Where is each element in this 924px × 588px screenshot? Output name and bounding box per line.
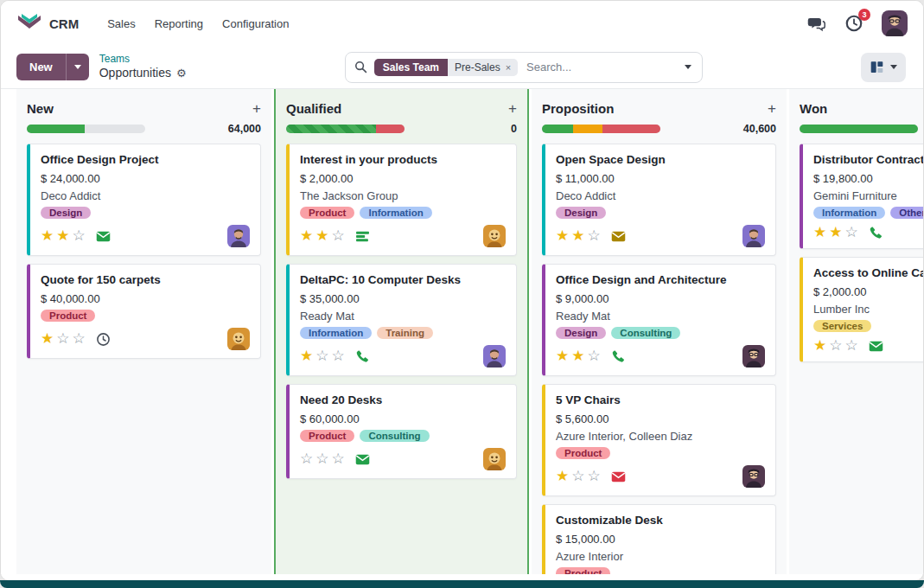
progress-segment-green[interactable] <box>542 125 573 133</box>
new-button-dropdown[interactable] <box>66 54 89 80</box>
odoo-logo-icon[interactable] <box>16 12 42 35</box>
star-filled-icon[interactable]: ★ <box>300 227 313 244</box>
progress-segment-green-striped[interactable] <box>286 125 376 133</box>
column-title[interactable]: Proposition <box>542 101 614 116</box>
star-filled-icon[interactable]: ★ <box>571 348 584 364</box>
star-empty-icon[interactable]: ☆ <box>315 451 328 467</box>
progress-segment-red[interactable] <box>602 125 660 133</box>
star-filled-icon[interactable]: ★ <box>829 224 842 240</box>
user-avatar[interactable] <box>882 10 908 36</box>
envelope-icon[interactable] <box>869 338 884 354</box>
progress-segment-orange[interactable] <box>573 125 602 133</box>
tag-product[interactable]: Product <box>556 567 610 574</box>
opportunity-card[interactable]: Open Space Design $ 11,000.00 Deco Addic… <box>542 144 776 256</box>
star-empty-icon[interactable]: ☆ <box>73 227 86 244</box>
search-dropdown-toggle[interactable] <box>674 53 702 82</box>
star-filled-icon[interactable]: ★ <box>813 224 826 240</box>
star-empty-icon[interactable]: ☆ <box>332 451 345 467</box>
envelope-icon[interactable] <box>611 469 627 484</box>
envelope-icon[interactable] <box>611 228 627 244</box>
new-button[interactable]: New <box>16 54 66 80</box>
star-empty-icon[interactable]: ☆ <box>829 337 842 354</box>
app-title[interactable]: CRM <box>49 16 79 31</box>
column-progressbar[interactable] <box>286 125 405 133</box>
menu-configuration[interactable]: Configuration <box>222 17 289 30</box>
star-filled-icon[interactable]: ★ <box>41 330 54 347</box>
add-record-button[interactable]: + <box>252 101 261 116</box>
tag-product[interactable]: Product <box>300 430 354 442</box>
activity-clock-icon[interactable]: 3 <box>844 13 864 34</box>
star-filled-icon[interactable]: ★ <box>556 348 569 364</box>
star-empty-icon[interactable]: ☆ <box>588 468 601 484</box>
star-filled-icon[interactable]: ★ <box>556 227 569 244</box>
star-empty-icon[interactable]: ☆ <box>588 348 601 364</box>
breadcrumb-teams-link[interactable]: Teams <box>99 53 187 66</box>
column-progressbar[interactable] <box>800 125 918 133</box>
column-title[interactable]: Qualified <box>286 101 341 116</box>
phone-icon[interactable] <box>869 225 884 240</box>
tag-design[interactable]: Design <box>556 207 606 219</box>
progress-segment-red[interactable] <box>376 125 405 133</box>
list-icon[interactable] <box>355 228 371 244</box>
envelope-icon[interactable] <box>355 451 371 467</box>
opportunity-card[interactable]: Access to Online Catalog $ 2,000.00 Lumb… <box>800 257 923 362</box>
opportunity-card[interactable]: Office Design Project $ 24,000.00 Deco A… <box>27 144 261 256</box>
opportunity-card[interactable]: Quote for 150 carpets $ 40,000.00 Produc… <box>27 264 261 359</box>
remove-facet-icon[interactable]: × <box>506 62 511 73</box>
clock-icon[interactable] <box>96 331 112 347</box>
star-filled-icon[interactable]: ★ <box>56 227 69 244</box>
gear-icon[interactable]: ⚙ <box>176 67 187 80</box>
opportunity-card[interactable]: DeltaPC: 10 Computer Desks $ 35,000.00 R… <box>286 264 517 376</box>
star-empty-icon[interactable]: ☆ <box>588 227 601 244</box>
opportunity-card[interactable]: Interest in your products $ 2,000.00 The… <box>286 144 517 256</box>
column-title[interactable]: Won <box>800 101 827 116</box>
tag-product[interactable]: Product <box>41 310 95 322</box>
progress-segment-green[interactable] <box>800 125 918 133</box>
star-empty-icon[interactable]: ☆ <box>571 468 584 484</box>
progress-segment-green[interactable] <box>27 125 85 133</box>
tag-product[interactable]: Product <box>300 207 354 219</box>
star-empty-icon[interactable]: ☆ <box>56 330 69 347</box>
column-progressbar[interactable] <box>27 125 145 133</box>
tag-design[interactable]: Design <box>41 207 91 219</box>
add-record-button[interactable]: + <box>508 101 517 116</box>
tag-other[interactable]: Other <box>890 207 923 219</box>
star-filled-icon[interactable]: ★ <box>300 348 313 364</box>
star-empty-icon[interactable]: ☆ <box>845 337 858 354</box>
envelope-icon[interactable] <box>96 228 112 244</box>
tag-services[interactable]: Services <box>813 320 871 332</box>
opportunity-card[interactable]: Distributor Contract $ 19,800.00 Gemini … <box>800 144 923 249</box>
opportunity-card[interactable]: Customizable Desk $ 15,000.00 Azure Inte… <box>542 504 776 574</box>
menu-reporting[interactable]: Reporting <box>155 17 203 30</box>
tag-information[interactable]: Information <box>360 207 431 219</box>
star-filled-icon[interactable]: ★ <box>41 227 54 244</box>
tag-consulting[interactable]: Consulting <box>360 430 429 442</box>
star-filled-icon[interactable]: ★ <box>813 337 826 354</box>
opportunity-card[interactable]: Need 20 Desks $ 60,000.00 ProductConsult… <box>286 384 517 479</box>
star-empty-icon[interactable]: ☆ <box>332 227 345 244</box>
star-empty-icon[interactable]: ☆ <box>73 330 86 347</box>
star-filled-icon[interactable]: ★ <box>571 227 584 244</box>
star-filled-icon[interactable]: ★ <box>556 468 569 484</box>
star-empty-icon[interactable]: ☆ <box>845 224 858 240</box>
tag-design[interactable]: Design <box>556 327 606 339</box>
menu-sales[interactable]: Sales <box>107 17 136 30</box>
column-title[interactable]: New <box>27 101 54 116</box>
search-bar[interactable]: Sales Team Pre-Sales × Search... <box>345 52 703 83</box>
tag-product[interactable]: Product <box>556 447 610 459</box>
star-empty-icon[interactable]: ☆ <box>300 451 313 467</box>
tag-consulting[interactable]: Consulting <box>611 327 680 339</box>
view-switcher-button[interactable] <box>861 53 906 82</box>
star-empty-icon[interactable]: ☆ <box>315 348 328 364</box>
phone-icon[interactable] <box>611 348 627 364</box>
column-progressbar[interactable] <box>542 125 660 133</box>
star-empty-icon[interactable]: ☆ <box>332 348 345 364</box>
tag-training[interactable]: Training <box>377 327 433 339</box>
chat-bubbles-icon[interactable] <box>806 13 826 34</box>
add-record-button[interactable]: + <box>768 101 776 116</box>
opportunity-card[interactable]: 5 VP Chairs $ 5,600.00 Azure Interior, C… <box>542 384 776 496</box>
star-filled-icon[interactable]: ★ <box>315 227 328 244</box>
phone-icon[interactable] <box>355 348 371 364</box>
tag-information[interactable]: Information <box>813 207 885 219</box>
tag-information[interactable]: Information <box>300 327 372 339</box>
